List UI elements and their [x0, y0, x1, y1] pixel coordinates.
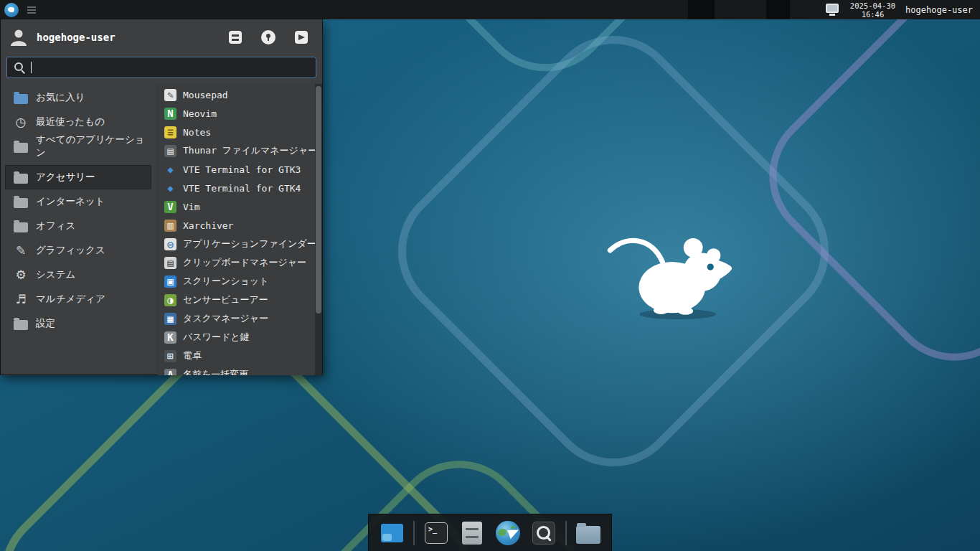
log-out-icon: [295, 31, 308, 44]
category-item[interactable]: ◷ 最近使ったもの: [5, 110, 151, 134]
file-cabinet-icon: [462, 522, 482, 545]
application-label: クリップボードマネージャー: [183, 256, 306, 269]
category-item[interactable]: ✎ グラフィックス: [5, 238, 151, 263]
application-item[interactable]: ◆ VTE Terminal for GTK3: [158, 160, 315, 179]
category-item[interactable]: お気に入り: [5, 85, 151, 110]
dock-item-web-browser[interactable]: [495, 517, 521, 549]
application-item[interactable]: ▤ Thunar ファイルマネージャー: [158, 141, 315, 160]
text-caret: [31, 62, 32, 73]
application-list: ✎ Mousepad N Neovim ≡ Notes ▤: [158, 84, 315, 375]
applications-menu-button[interactable]: [4, 3, 19, 17]
application-label: スクリーンショット: [183, 275, 268, 288]
user-avatar-icon: [9, 28, 28, 47]
thunar-icon: ▤: [164, 145, 176, 157]
app-finder-icon: [532, 522, 555, 545]
dock: >_: [368, 514, 612, 551]
dock-item-file-cabinet[interactable]: [459, 517, 485, 549]
clock-date: 2025-04-30: [850, 1, 895, 10]
scrollbar-thumb[interactable]: [316, 86, 321, 314]
menu-icon[interactable]: [27, 9, 36, 11]
menu-action-settings[interactable]: [226, 28, 245, 47]
category-item[interactable]: ♬ マルチメディア: [5, 287, 151, 311]
category-item[interactable]: アクセサリー: [5, 165, 151, 189]
vim-icon: V: [164, 201, 176, 213]
clock[interactable]: 2025-04-30 16:46: [850, 1, 895, 19]
task-manager-icon: ▦: [164, 313, 176, 325]
settings-folder-icon: [14, 320, 28, 330]
application-label: パスワードと鍵: [183, 331, 250, 344]
show-desktop-icon: [381, 524, 403, 542]
application-label: Notes: [183, 127, 211, 138]
scrollbar-track[interactable]: [315, 84, 322, 375]
application-label: VTE Terminal for GTK4: [183, 183, 301, 194]
category-item[interactable]: 設定: [5, 311, 151, 336]
category-label: オフィス: [36, 220, 75, 232]
dock-item-show-desktop[interactable]: [379, 517, 405, 549]
internet-folder-icon: [14, 198, 28, 208]
calculator-icon: ⊞: [164, 350, 176, 362]
web-browser-icon: [496, 521, 520, 545]
notes-icon: ≡: [164, 126, 176, 138]
lock-icon: [261, 30, 275, 44]
all-applications-folder-icon: [14, 143, 28, 153]
application-item[interactable]: ▤ クリップボードマネージャー: [158, 253, 315, 272]
category-label: インターネット: [36, 195, 105, 208]
application-item[interactable]: ◆ VTE Terminal for GTK4: [158, 179, 315, 197]
search-icon: [14, 62, 25, 73]
dock-item-file-manager[interactable]: [575, 517, 601, 549]
menu-action-lock-screen[interactable]: [259, 28, 278, 47]
category-item[interactable]: インターネット: [5, 189, 151, 214]
category-item[interactable]: オフィス: [5, 214, 151, 238]
office-folder-icon: [14, 222, 28, 232]
clipboard-manager-icon: ▤: [164, 257, 176, 269]
display-settings-icon[interactable]: [826, 4, 839, 13]
neovim-icon: N: [164, 108, 176, 120]
application-item[interactable]: ▥ Xarchiver: [158, 216, 315, 235]
mousepad-icon: ✎: [164, 89, 176, 101]
category-label: システム: [36, 268, 75, 281]
application-label: Thunar ファイルマネージャー: [183, 144, 315, 157]
category-label: アクセサリー: [36, 171, 95, 184]
multimedia-note-icon: ♬: [14, 292, 28, 306]
application-label: Xarchiver: [183, 220, 233, 231]
application-label: Neovim: [183, 108, 217, 119]
whisker-menu: hogehoge-user: [0, 19, 323, 375]
panel-username: hogehoge-user: [905, 5, 976, 15]
menu-header: hogehoge-user: [1, 19, 322, 55]
application-item[interactable]: ▦ タスクマネージャー: [158, 309, 315, 328]
category-item[interactable]: すべてのアプリケーション: [5, 134, 151, 159]
application-item[interactable]: ◑ センサービューアー: [158, 291, 315, 309]
application-item[interactable]: ✎ Mousepad: [158, 85, 315, 104]
vte-terminal-gtk4-icon: ◆: [164, 182, 176, 194]
settings-icon: [229, 31, 242, 44]
application-item[interactable]: ≡ Notes: [158, 123, 315, 141]
application-item[interactable]: ◎ アプリケーションファインダー: [158, 235, 315, 253]
tray-slot[interactable]: [766, 0, 790, 19]
menu-actions: [226, 28, 311, 47]
application-label: アプリケーションファインダー: [183, 237, 315, 250]
application-label: Vim: [183, 202, 199, 212]
category-label: 設定: [36, 317, 55, 330]
application-item[interactable]: V Vim: [158, 197, 315, 216]
xfce-mouse-logo: [606, 226, 747, 322]
application-label: センサービューアー: [183, 293, 268, 306]
bulk-rename-icon: A: [164, 369, 176, 376]
sensor-viewer-icon: ◑: [164, 294, 176, 306]
menu-action-log-out[interactable]: [292, 28, 311, 47]
search-input[interactable]: [6, 57, 316, 78]
clock-time: 16:46: [850, 10, 895, 19]
category-item[interactable]: ⚙ システム: [5, 263, 151, 287]
application-item[interactable]: N Neovim: [158, 104, 315, 123]
vte-terminal-gtk3-icon: ◆: [164, 164, 176, 176]
application-item[interactable]: ▣ スクリーンショット: [158, 272, 315, 291]
application-label: 名前を一括変更: [183, 368, 248, 375]
dock-item-terminal[interactable]: >_: [423, 517, 449, 549]
accessories-folder-icon: [14, 174, 28, 184]
tray-slot[interactable]: [688, 0, 715, 19]
category-label: お気に入り: [36, 91, 85, 104]
category-list: お気に入り ◷ 最近使ったもの すべてのアプリケーション アクセサリー: [5, 84, 157, 375]
application-item[interactable]: ⊞ 電卓: [158, 347, 315, 365]
dock-item-app-finder[interactable]: [531, 517, 557, 549]
application-item[interactable]: K パスワードと鍵: [158, 328, 315, 347]
application-item[interactable]: A 名前を一括変更: [158, 365, 315, 375]
